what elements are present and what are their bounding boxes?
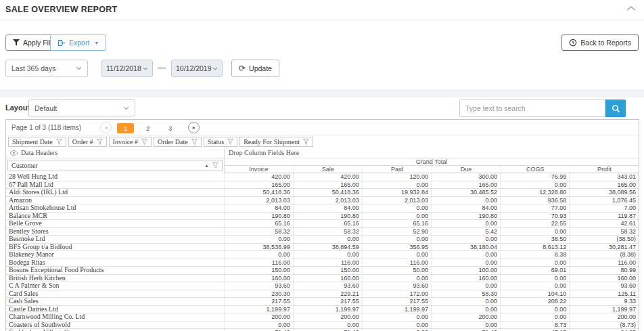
- value-cell-sale: 0.00: [293, 251, 362, 259]
- pivot-header-top: Data Headers Drop Column Fields Here: [6, 148, 639, 158]
- column-header-sale[interactable]: Sale: [294, 166, 363, 173]
- page-button-2[interactable]: 2: [139, 123, 156, 133]
- field-chip-order-[interactable]: Order #: [68, 137, 107, 147]
- value-cell-due: 200.00: [431, 313, 500, 322]
- customer-cell: Cash Sales: [6, 298, 224, 306]
- table-row[interactable]: Bodega Ritas116.00116.00116.000.000.0011…: [6, 259, 639, 267]
- value-cell-invoice: 0.00: [224, 321, 293, 329]
- value-cell-invoice: 165.00: [224, 181, 293, 189]
- table-row[interactable]: Belle Grove65.1665.1665.160.0022.5542.61: [6, 220, 639, 228]
- table-row[interactable]: Balance MCR190.80190.800.00190.8070.9311…: [6, 212, 639, 220]
- field-chip-invoice-[interactable]: Invoice #: [109, 137, 152, 147]
- field-chip-ready-for-shipment[interactable]: Ready For Shipment: [239, 137, 313, 147]
- value-cell-cogs: 0.00: [501, 313, 570, 322]
- customer-cell: Amazon: [6, 196, 224, 204]
- value-cell-profit: 30,281.47: [570, 243, 639, 251]
- column-header-due[interactable]: Due: [432, 166, 501, 173]
- table-row[interactable]: Bentley Stores58.3258.3252.905.420.0058.…: [6, 227, 639, 236]
- value-cell-paid: 0.00: [362, 329, 431, 331]
- customer-field-header[interactable]: Customer ▲: [7, 160, 223, 171]
- table-row[interactable]: Coddenham Village Stores71.4071.400.0071…: [6, 329, 639, 331]
- date-range-separator: —: [158, 63, 166, 72]
- table-row[interactable]: Besmoke Ltd0.000.000.000.0038.50(38.50): [6, 236, 639, 244]
- magnifier-icon: [612, 104, 620, 113]
- page-button-1[interactable]: 1: [117, 123, 134, 133]
- start-date-field[interactable]: 11/12/2018: [101, 60, 153, 77]
- value-cell-invoice: 0.00: [224, 251, 293, 259]
- value-cell-paid: 0.00: [362, 236, 431, 244]
- table-row[interactable]: 28 Well Hung Ltd420.00420.00120.00300.00…: [6, 173, 639, 181]
- data-headers-area[interactable]: Data Headers: [6, 148, 224, 158]
- value-cell-sale: 2,013.03: [293, 196, 362, 204]
- field-chip-status[interactable]: Status: [204, 137, 237, 147]
- table-row[interactable]: Charnwood Milling Co. Ltd200.00200.000.0…: [6, 313, 639, 322]
- search-button[interactable]: [605, 100, 626, 117]
- filter-funnel-icon[interactable]: [212, 162, 218, 169]
- value-cell-due: 190.80: [431, 212, 500, 220]
- end-date-field[interactable]: 10/12/2019: [171, 60, 223, 77]
- table-row[interactable]: C A Palmer & Son93.6093.6093.600.000.009…: [6, 282, 639, 290]
- customer-field-label: Customer: [12, 162, 204, 169]
- back-to-reports-button[interactable]: Back to Reports: [561, 35, 639, 51]
- value-cell-sale: 71.40: [293, 329, 362, 331]
- filter-funnel-icon: [141, 139, 147, 145]
- value-cell-cogs: 8.38: [501, 251, 570, 259]
- table-row[interactable]: Coasters of Southwold0.000.000.000.008.7…: [6, 321, 639, 329]
- table-row[interactable]: Bosuns Exceptional Food Products150.0015…: [6, 267, 639, 275]
- value-cell-invoice: 0.00: [224, 236, 293, 244]
- column-header-invoice[interactable]: Invoice: [225, 166, 294, 173]
- next-page-button[interactable]: ▸: [188, 122, 200, 133]
- value-cell-due: 0.00: [431, 321, 500, 329]
- customer-cell: Card Sales: [6, 290, 224, 298]
- table-row[interactable]: Cash Sales217.55217.55217.550.00208.229.…: [6, 298, 639, 306]
- filter-funnel-icon: [13, 39, 20, 46]
- drop-zone-label: Drop Column Fields Here: [229, 149, 299, 156]
- value-cell-paid: 0.00: [362, 321, 431, 329]
- value-cell-profit: 42.61: [570, 220, 639, 228]
- date-preset-select[interactable]: Last 365 days: [5, 60, 88, 77]
- prev-page-button[interactable]: ◂: [100, 122, 112, 133]
- table-row[interactable]: Blakeney Manor0.000.000.000.008.38(8.38): [6, 251, 639, 259]
- update-label: Update: [249, 64, 272, 72]
- customer-cell: Aldi Stores (IRL) Ltd: [6, 189, 224, 197]
- customer-cell: Bosuns Exceptional Food Products: [6, 267, 224, 275]
- export-button[interactable]: Export ▼: [50, 35, 106, 51]
- column-header-paid[interactable]: Paid: [363, 166, 432, 173]
- table-row[interactable]: Aldi Stores (IRL) Ltd50,418.3650,418.361…: [6, 189, 639, 197]
- table-row[interactable]: 67 Pall Mall Ltd165.00165.000.00165.000.…: [6, 181, 639, 189]
- value-cell-paid: 65.16: [362, 220, 431, 228]
- value-cell-profit: 119.87: [570, 212, 639, 220]
- table-row[interactable]: Artisan Smokehouse Ltd84.0084.000.0084.0…: [6, 204, 639, 213]
- value-cell-profit: 160.00: [570, 274, 639, 282]
- field-chip-shipment-date[interactable]: Shipment Date: [8, 137, 66, 147]
- table-row[interactable]: Card Sales230.30229.21172.0058.30104.101…: [6, 290, 639, 298]
- customer-cell: 28 Well Hung Ltd: [6, 173, 224, 181]
- layout-select[interactable]: Default: [28, 100, 135, 116]
- chevron-down-icon: [76, 66, 82, 70]
- table-row[interactable]: Amazon2,013.032,013.032,013.030.00936.58…: [6, 196, 639, 204]
- value-cell-due: 0.00: [431, 282, 500, 290]
- value-cell-profit: 58.32: [570, 227, 639, 236]
- row-field-area: Customer ▲: [6, 158, 224, 173]
- value-cell-sale: 38,894.59: [293, 243, 362, 251]
- update-button[interactable]: ⟳ Update: [231, 60, 279, 77]
- column-header-profit[interactable]: Profit: [570, 166, 639, 173]
- value-cell-paid: 19,932.84: [362, 189, 431, 197]
- value-cell-due: 58.30: [431, 290, 500, 298]
- column-fields-drop-zone[interactable]: Drop Column Fields Here: [224, 148, 639, 158]
- field-chip-order-date[interactable]: Order Date: [154, 137, 202, 147]
- page-button-3[interactable]: 3: [162, 123, 179, 133]
- search-input[interactable]: [459, 100, 605, 117]
- value-cell-sale: 65.16: [293, 220, 362, 228]
- date-preset-value: Last 365 days: [12, 64, 55, 72]
- layout-value: Default: [34, 104, 57, 112]
- value-cell-profit: 7.00: [570, 204, 639, 213]
- table-row[interactable]: British Herb Kitchen160.00160.000.00160.…: [6, 274, 639, 282]
- table-row[interactable]: Castle Dairies Ltd1,199.971,199.971,199.…: [6, 305, 639, 313]
- chevron-up-icon[interactable]: [626, 5, 636, 12]
- customer-cell: Blakeney Manor: [6, 251, 224, 259]
- value-cell-sale: 150.00: [293, 267, 362, 275]
- value-cell-paid: 0.00: [362, 251, 431, 259]
- table-row[interactable]: BFS Group t/a Bidfood38,536.9938,894.593…: [6, 243, 639, 251]
- column-header-cogs[interactable]: COGS: [501, 166, 570, 173]
